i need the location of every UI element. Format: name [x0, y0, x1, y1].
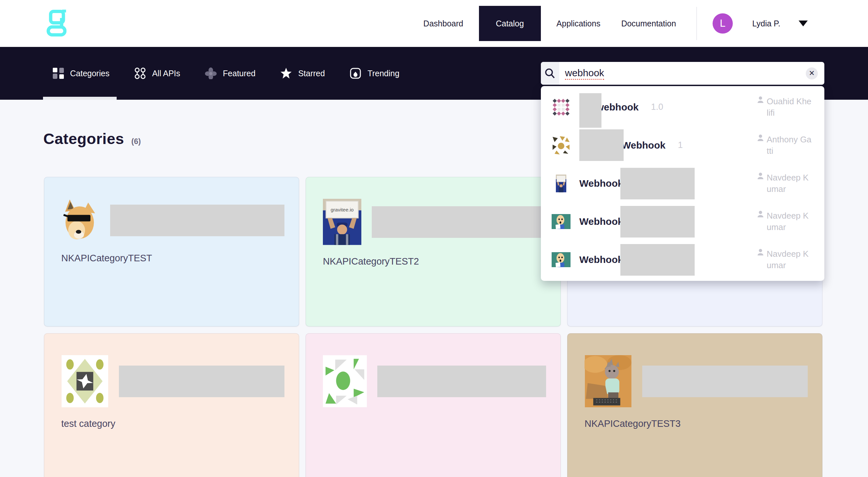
category-card[interactable]: test category — [44, 333, 299, 477]
category-card[interactable]: NKAPICategoryTEST — [44, 177, 299, 326]
search-result-row[interactable]: Webhook Navdeep Kumar — [541, 203, 824, 241]
svg-text:gravitee.io: gravitee.io — [331, 207, 354, 213]
api-name: Webhook — [579, 178, 623, 189]
api-version: 1 — [678, 140, 683, 150]
search-result-row[interactable]: webhook 1.0 Ouahid Khelifi — [541, 88, 824, 126]
gravitee-photo-image: gravitee.io — [323, 199, 361, 245]
featured-icon — [205, 67, 217, 79]
diamond-spark-image — [61, 355, 108, 407]
api-owner: Ouahid Khelifi — [756, 96, 814, 119]
search-result-row[interactable]: Webhook Navdeep Kumar — [541, 164, 824, 202]
api-owner: Navdeep Kumar — [756, 248, 814, 271]
cat-laptop-image — [585, 355, 632, 407]
api-name: Webhook — [622, 140, 665, 151]
subnav-label: Featured — [223, 69, 255, 78]
owner-name: Navdeep Kumar — [767, 210, 813, 233]
person-icon — [756, 96, 765, 104]
page-title-row: Categories (6) — [43, 130, 141, 148]
nav-catalog[interactable]: Catalog — [479, 6, 541, 41]
loading-placeholder — [377, 365, 546, 397]
diamond-pattern-icon — [552, 98, 570, 116]
green-pinwheel-image — [323, 355, 367, 407]
loading-placeholder — [119, 365, 284, 397]
category-card[interactable] — [306, 333, 561, 477]
nav-applications[interactable]: Applications — [549, 19, 608, 28]
person-icon — [756, 134, 765, 142]
person-icon — [756, 210, 765, 218]
search-result-row[interactable]: Webhook 1 Navdeep Kumar — [541, 241, 824, 279]
person-icon — [756, 248, 765, 256]
api-version: 1.0 — [651, 102, 663, 112]
api-name: Webhook — [579, 254, 623, 265]
category-title: NKAPICategoryTEST3 — [585, 418, 808, 429]
loading-placeholder — [620, 206, 695, 237]
loading-placeholder — [620, 168, 695, 199]
search-result-row[interactable]: Webhook 1 Anthony Gatti — [541, 126, 824, 164]
user-menu-chevron-down-icon[interactable] — [799, 21, 808, 26]
subnav-label: Categories — [70, 69, 110, 78]
api-owner: Navdeep Kumar — [756, 210, 814, 233]
close-icon: ✕ — [809, 69, 814, 77]
clear-search-button[interactable]: ✕ — [806, 67, 818, 80]
subnav-label: Starred — [298, 69, 325, 78]
api-owner: Anthony Gatti — [756, 134, 814, 157]
doge-image — [61, 199, 100, 242]
category-title: NKAPICategoryTEST — [61, 253, 284, 263]
category-count-badge: (6) — [131, 137, 141, 146]
categories-icon — [53, 68, 64, 79]
category-card[interactable]: gravitee.io NKAPICategoryTEST2 — [306, 177, 561, 326]
category-title: NKAPICategoryTEST2 — [323, 256, 546, 267]
user-avatar[interactable]: L — [713, 13, 733, 34]
subnav-label: All APIs — [152, 69, 180, 78]
starred-icon — [280, 67, 292, 79]
category-card[interactable]: NKAPICategoryTEST3 — [567, 333, 823, 477]
category-title: test category — [61, 418, 284, 429]
api-name: Webhook — [579, 216, 623, 227]
owner-name: Ouahid Khelifi — [767, 96, 813, 119]
cartoon-avatar-icon — [552, 214, 570, 229]
nav-documentation[interactable]: Documentation — [614, 19, 683, 28]
gold-burst-icon — [552, 136, 570, 154]
search-input[interactable]: webhook — [565, 67, 604, 80]
subnav-item-trending[interactable]: Trending — [340, 47, 409, 100]
search-icon — [545, 68, 556, 79]
nav-dashboard[interactable]: Dashboard — [416, 19, 470, 28]
loading-placeholder — [372, 206, 546, 238]
subnav-item-starred[interactable]: Starred — [271, 47, 335, 100]
owner-name: Anthony Gatti — [767, 134, 813, 157]
subnav-item-all-apis[interactable]: All APIs — [124, 47, 190, 100]
search-icon-box — [541, 62, 559, 85]
person-icon — [756, 172, 765, 180]
user-name[interactable]: Lydia P. — [752, 19, 780, 28]
gravitee-portal-page: Dashboard Catalog Applications Documenta… — [0, 0, 868, 477]
loading-placeholder — [620, 244, 695, 276]
top-header: Dashboard Catalog Applications Documenta… — [0, 0, 868, 47]
cartoon-avatar-icon — [552, 252, 570, 267]
api-owner: Navdeep Kumar — [756, 172, 814, 195]
subnav-item-featured[interactable]: Featured — [195, 47, 265, 100]
loading-placeholder — [642, 365, 808, 397]
search-results-dropdown: webhook 1.0 Ouahid Khelifi — [541, 86, 824, 281]
subnav-label: Trending — [368, 69, 400, 78]
owner-name: Navdeep Kumar — [767, 248, 813, 271]
subnav-item-categories[interactable]: Categories — [43, 47, 119, 100]
loading-placeholder — [579, 93, 601, 128]
gravitee-photo-icon — [556, 173, 566, 194]
loading-placeholder — [110, 204, 284, 236]
active-tab-underline — [43, 97, 117, 100]
api-name: webhook — [596, 102, 639, 113]
all-apis-icon — [134, 67, 146, 79]
owner-name: Navdeep Kumar — [767, 172, 813, 195]
main-nav: Dashboard Catalog Applications Documenta… — [413, 0, 808, 47]
loading-placeholder — [579, 129, 624, 161]
gravitee-logo-icon[interactable] — [46, 6, 66, 39]
page-title: Categories — [43, 130, 124, 148]
api-search-box[interactable]: webhook ✕ — [541, 62, 824, 85]
header-divider — [696, 7, 697, 40]
trending-icon — [350, 67, 361, 79]
